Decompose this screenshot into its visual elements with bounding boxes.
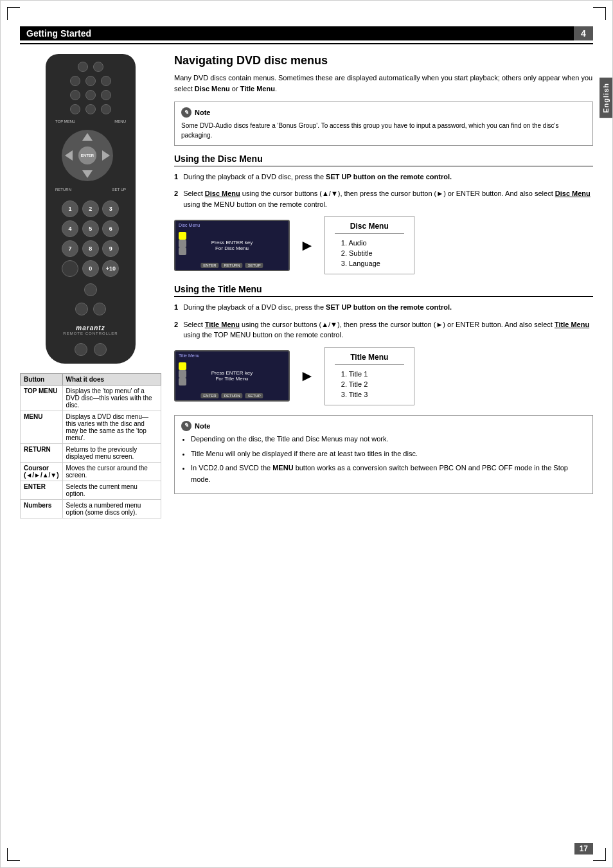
remote-row3 [52,90,129,100]
num-btn-6[interactable]: 6 [102,220,119,237]
dpad-down-arrow [82,170,93,178]
title-result-item2: 2. Title 2 [335,379,404,389]
page-container: Getting Started 4 English [0,0,613,868]
note-header: ✎ Note [181,107,586,118]
button-table: Button What it does TOP MENU Displays th… [20,373,161,518]
remote-body: TOP MENU MENU ENTER [46,54,136,364]
title-screen-label: Title Menu [179,353,199,358]
disc-menu-title: Using the Disc Menu [174,154,593,166]
disc-demo-screen: Disc Menu Press ENTER key [174,220,290,271]
table-row: Coursor(◄/►/▲/▼) Moves the cursor around… [21,463,161,481]
title-demo-result: Title Menu 1. Title 1 2. Title 2 3. Titl… [324,347,414,405]
disc-menu-step2: 2 Select Disc Menu using the cursor butt… [174,188,593,209]
main-section-title: Navigating DVD disc menus [174,54,593,67]
bottom-note-bullet2: Title Menu will only be displayed if the… [191,448,586,460]
num-btn-7[interactable]: 7 [62,240,78,257]
remote-btn-r4-3[interactable] [101,104,111,114]
num-btn-1[interactable]: 1 [62,200,78,217]
demo-icon-grid [179,240,186,247]
numpad: 1 2 3 4 5 6 7 8 9 0 +10 [62,200,120,277]
remote-btn-r4-2[interactable] [85,104,96,114]
remote-btn-topright[interactable] [93,62,103,72]
remote-btn-r3-3[interactable] [101,90,111,100]
remote-btn-ex2-1[interactable] [75,303,88,315]
btn-desc: Displays a DVD disc menu—this varies wit… [62,411,161,444]
disc-btn-return: RETURN [222,263,243,268]
num-btn-8[interactable]: 8 [82,240,99,257]
title-btn-setup: SETUP [245,393,263,398]
remote-btn-r3-2[interactable] [85,90,96,100]
dpad-center-btn[interactable]: ENTER [78,146,96,164]
num-btn-4[interactable]: 4 [62,220,78,237]
btn-name: ENTER [24,483,46,490]
remote-btn-bot1[interactable] [75,343,87,356]
remote-top-row [52,62,129,72]
remote-btn-r4-1[interactable] [70,104,80,114]
page-number-bottom: 17 [574,843,593,855]
bottom-note-label: Note [195,421,210,432]
title-menu-step2-text: Select Title Menu using the cursor butto… [183,319,593,341]
dpad-container: ENTER [62,130,120,188]
bottom-note-bullet3: In VCD2.0 and SVCD the MENU button works… [191,463,586,485]
title-icon-grid [179,370,186,378]
num-btn-0[interactable]: 0 [82,260,99,277]
demo-icon-star [179,247,186,255]
title-menu-demo: Title Menu Press ENTER key [174,347,593,405]
header-title: Getting Started [20,26,574,40]
title-icon-star [179,378,186,385]
num-btn-9[interactable]: 9 [102,240,119,257]
num-btn-empty [62,260,78,277]
remote-btn-r2-1[interactable] [70,76,80,86]
title-menu-ref1: Title Menu [240,85,275,93]
side-tab-english: English [600,78,612,118]
title-result-title: Title Menu [335,353,404,365]
num-btn-5[interactable]: 5 [82,220,99,237]
demo-icon-item1 [179,232,285,240]
remote-extra-row1 [84,283,97,296]
disc-menu-demo: Disc Menu Press ENTER key [174,216,593,274]
remote-btn-ex1[interactable] [84,283,97,296]
btn-name: Numbers [24,502,51,509]
top-menu-label: TOP MENU [55,120,75,123]
remote-btn-r2-2[interactable] [85,76,96,86]
num-btn-plus10[interactable]: +10 [102,260,119,277]
corner-br [593,848,606,861]
disc-screen-label: Disc Menu [179,223,200,227]
remote-btn-r3-1[interactable] [70,90,80,100]
main-note-box: ✎ Note Some DVD-Audio discs feature a 'B… [174,102,593,146]
num-btn-3[interactable]: 3 [102,200,119,217]
disc-menu-step2-text: Select Disc Menu using the cursor button… [183,188,593,209]
disc-result-item1: 1. Audio [335,238,404,248]
corner-tl [7,7,20,20]
disc-result-title: Disc Menu [335,222,404,234]
btn-desc: Moves the cursor around the screen. [62,463,161,481]
title-result-item3: 3. Title 3 [335,389,404,400]
remote-btn-r2-3[interactable] [101,76,111,86]
dpad-outer[interactable]: ENTER [62,130,113,181]
remote-btn-topleft[interactable] [78,62,88,72]
title-btn-enter: ENTER [200,393,218,398]
disc-menu-ref1: Disc Menu [195,85,230,93]
note-label: Note [195,107,210,118]
btn-name: RETURN [24,446,51,453]
title-demo-screen: Title Menu Press ENTER key [174,350,290,402]
btn-name: Coursor(◄/►/▲/▼) [24,465,59,479]
title-screen-msg2: For Title Menu [211,376,253,382]
title-screen-center: Press ENTER key For Title Menu [211,370,253,382]
btn-desc: Displays the 'top menu' of a DVD disc—th… [62,385,161,411]
page-number-tab: 4 [574,26,593,40]
title-menu-title: Using the Title Menu [174,284,593,297]
previously-displayed-text: previously displayed [66,446,138,460]
right-column: Navigating DVD disc menus Many DVD discs… [174,54,593,518]
table-row: TOP MENU Displays the 'top menu' of a DV… [21,385,161,411]
title-screen-msg1: Press ENTER key [211,370,253,376]
btn-desc: Selects a numbered menu option (some dis… [62,500,161,518]
remote-btn-ex2-2[interactable] [93,303,106,315]
num-btn-2[interactable]: 2 [82,200,99,217]
remote-btn-bot2[interactable] [94,343,107,356]
main-section-intro: Many DVD discs contain menus. Sometimes … [174,73,593,94]
brand-name: marantz [63,324,118,332]
corner-bl [7,848,20,861]
header-bar: Getting Started 4 [20,26,593,44]
note-icon: ✎ [181,107,191,118]
